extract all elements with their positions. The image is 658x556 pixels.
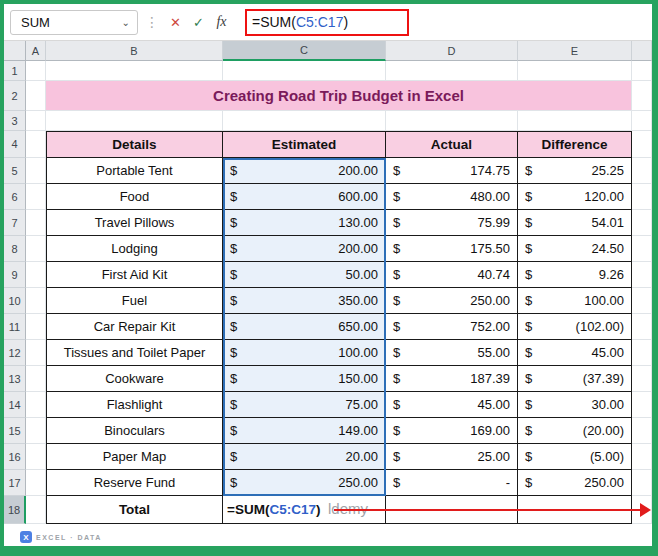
row-header[interactable]: 16 (4, 444, 26, 470)
cell[interactable] (26, 158, 46, 184)
cell-estimated[interactable]: $50.00 (223, 262, 386, 288)
cell-actual[interactable]: $25.00 (386, 444, 518, 470)
cancel-button[interactable]: ✕ (164, 11, 187, 34)
cell[interactable] (26, 61, 46, 81)
cell-actual[interactable]: $480.00 (386, 184, 518, 210)
header-difference[interactable]: Difference (518, 131, 632, 158)
cell[interactable] (386, 61, 518, 81)
cell-difference[interactable]: $9.26 (518, 262, 632, 288)
row-header[interactable]: 13 (4, 366, 26, 392)
cell[interactable] (26, 392, 46, 418)
row-header[interactable]: 17 (4, 470, 26, 496)
cell-estimated[interactable]: $130.00 (223, 210, 386, 236)
cell[interactable] (26, 111, 46, 131)
cell-details[interactable]: Portable Tent (46, 158, 223, 184)
cell-difference[interactable]: $(37.39) (518, 366, 632, 392)
header-estimated[interactable]: Estimated (223, 131, 386, 158)
row-header[interactable]: 2 (4, 81, 26, 111)
cell-details[interactable]: Reserve Fund (46, 470, 223, 496)
row-header[interactable]: 9 (4, 262, 26, 288)
cell-actual[interactable]: $- (386, 470, 518, 496)
cell-details[interactable]: Travel Pillows (46, 210, 223, 236)
cell-details[interactable]: Lodging (46, 236, 223, 262)
cell[interactable] (26, 496, 46, 524)
row-header[interactable]: 10 (4, 288, 26, 314)
cell[interactable] (26, 340, 46, 366)
cell[interactable] (26, 418, 46, 444)
row-header[interactable]: 6 (4, 184, 26, 210)
cell-actual[interactable]: $174.75 (386, 158, 518, 184)
cell[interactable] (386, 111, 518, 131)
cell-estimated[interactable]: $600.00 (223, 184, 386, 210)
cell-actual[interactable]: $175.50 (386, 236, 518, 262)
row-header[interactable]: 14 (4, 392, 26, 418)
formula-input[interactable]: =SUM(C5:C17) (233, 4, 652, 40)
cell[interactable] (26, 366, 46, 392)
cell-estimated[interactable]: $650.00 (223, 314, 386, 340)
cell-details[interactable]: Car Repair Kit (46, 314, 223, 340)
cell-details[interactable]: First Aid Kit (46, 262, 223, 288)
cell-estimated[interactable]: $150.00 (223, 366, 386, 392)
insert-function-button[interactable]: fx (210, 11, 233, 34)
cell-estimated[interactable]: $200.00 (223, 158, 386, 184)
row-header[interactable]: 7 (4, 210, 26, 236)
cell[interactable] (26, 444, 46, 470)
cell[interactable] (26, 470, 46, 496)
cell[interactable] (223, 61, 386, 81)
chevron-down-icon[interactable]: ⌄ (122, 17, 130, 28)
row-header[interactable]: 8 (4, 236, 26, 262)
cell-actual[interactable]: $250.00 (386, 288, 518, 314)
cell-difference[interactable]: $(5.00) (518, 444, 632, 470)
cell-estimated[interactable]: $75.00 (223, 392, 386, 418)
cell[interactable] (518, 111, 632, 131)
cell-details[interactable]: Binoculars (46, 418, 223, 444)
cell[interactable] (26, 131, 46, 158)
cell-estimated[interactable]: $250.00 (223, 470, 386, 496)
row-header[interactable]: 18 (4, 496, 26, 524)
cell-difference[interactable]: $25.25 (518, 158, 632, 184)
cell[interactable] (26, 262, 46, 288)
cell-difference[interactable]: $120.00 (518, 184, 632, 210)
column-header-b[interactable]: B (46, 41, 223, 61)
row-header[interactable]: 5 (4, 158, 26, 184)
cell[interactable] (26, 81, 46, 111)
cell[interactable] (26, 236, 46, 262)
cell-actual[interactable]: $169.00 (386, 418, 518, 444)
cell-actual[interactable]: $45.00 (386, 392, 518, 418)
cell-details[interactable]: Tissues and Toilet Paper (46, 340, 223, 366)
cell-estimated[interactable]: $350.00 (223, 288, 386, 314)
cell[interactable] (46, 61, 223, 81)
cell-estimated[interactable]: $200.00 (223, 236, 386, 262)
cell-actual[interactable]: $752.00 (386, 314, 518, 340)
row-header[interactable]: 4 (4, 131, 26, 158)
row-header[interactable]: 12 (4, 340, 26, 366)
name-box[interactable]: SUM ⌄ (10, 10, 138, 35)
row-header[interactable]: 3 (4, 111, 26, 131)
column-header-a[interactable]: A (26, 41, 46, 61)
cell-details[interactable]: Flashlight (46, 392, 223, 418)
row-header[interactable]: 15 (4, 418, 26, 444)
row-header[interactable]: 11 (4, 314, 26, 340)
cell-details[interactable]: Paper Map (46, 444, 223, 470)
column-header-d[interactable]: D (386, 41, 518, 61)
cell[interactable] (26, 314, 46, 340)
cell-details[interactable]: Food (46, 184, 223, 210)
cell-total-label[interactable]: Total (46, 496, 223, 524)
header-actual[interactable]: Actual (386, 131, 518, 158)
cell-actual[interactable]: $55.00 (386, 340, 518, 366)
row-header[interactable]: 1 (4, 61, 26, 81)
cell-difference[interactable]: $250.00 (518, 470, 632, 496)
cell-estimated[interactable]: $100.00 (223, 340, 386, 366)
cell-difference[interactable]: $30.00 (518, 392, 632, 418)
cell-estimated[interactable]: $20.00 (223, 444, 386, 470)
cell[interactable] (223, 111, 386, 131)
sheet-title-cell[interactable]: Creating Road Trip Budget in Excel (46, 81, 632, 111)
cell-actual[interactable]: $75.99 (386, 210, 518, 236)
header-details[interactable]: Details (46, 131, 223, 158)
cell[interactable] (26, 184, 46, 210)
cell[interactable] (46, 111, 223, 131)
cell-difference[interactable]: $24.50 (518, 236, 632, 262)
cell[interactable] (26, 210, 46, 236)
cell-details[interactable]: Cookware (46, 366, 223, 392)
cell-difference[interactable]: $(102.00) (518, 314, 632, 340)
